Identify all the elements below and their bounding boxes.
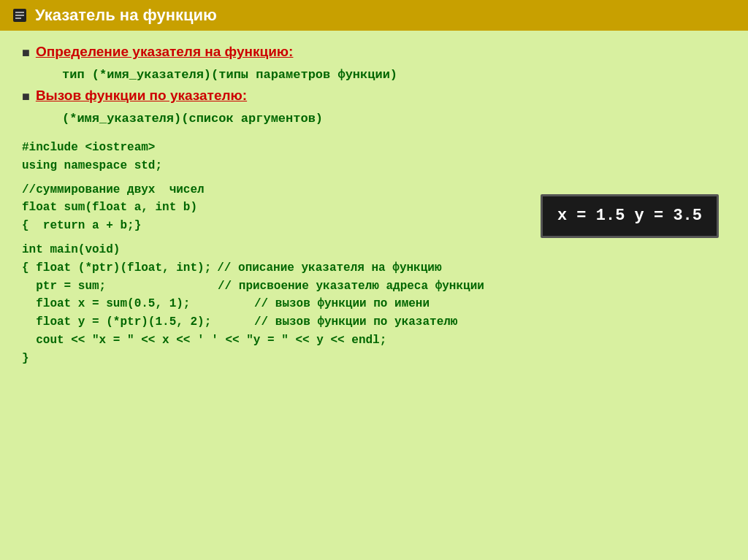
using-text: using namespace std; [22,159,162,172]
ptr-assign-text: ptr = sum; [22,277,212,296]
syntax-definition: тип (*имя_указателя)(типы параметров фун… [62,68,726,82]
output-text: x = 1.5 y = 3.5 [557,207,702,225]
main-open-text: { float (*ptr)(float, int); [22,259,211,277]
float-x-row: float x = sum(0.5, 1); // вызов функции … [22,295,726,313]
using-line: using namespace std; [22,157,726,175]
page-title: Указатель на функцию [35,6,217,25]
syntax-call: (*имя_указателя)(список аргументов) [62,112,726,126]
title-bar: Указатель на функцию [0,0,748,31]
main-content: ■ Определение указателя на функцию: тип … [0,31,748,375]
float-y-text: float y = (*ptr)(1.5, 2); [22,313,248,331]
comment-ptr-desc: // описание указателя на функцию [217,259,441,277]
func-body-text: { return a + b;} [22,219,141,232]
include-line: #include <iostream> [22,139,726,157]
svg-rect-3 [15,18,21,19]
ptr-decl-row: { float (*ptr)(float, int); // описание … [22,259,726,277]
heading-call: Вызов функции по указателю: [36,88,247,104]
main-def-line: int main(void) [22,241,726,259]
output-box: x = 1.5 y = 3.5 [541,194,719,238]
title-icon [12,7,28,23]
bullet-2: ■ [22,89,30,104]
comment-x: // вызов функции по имени [254,295,430,313]
close-brace-text: } [22,352,29,365]
section-call: ■ Вызов функции по указателю: [22,88,726,104]
ptr-assign-row: ptr = sum; // присвоение указателю адрес… [22,277,726,296]
svg-rect-1 [15,12,24,13]
slide-container: Указатель на функцию ■ Определение указа… [0,0,748,560]
svg-rect-2 [15,15,24,16]
code-wrapper: //суммирование двух чисел x = 1.5 y = 3.… [22,181,726,235]
comment-y: // вызов функции по указателю [254,313,457,331]
func-def-text: float sum(float a, int b) [22,201,197,214]
bullet-1: ■ [22,45,30,61]
close-brace-line: } [22,350,726,368]
cout-text: cout << "x = " << x << ' ' << "y = " << … [22,334,386,347]
comment-ptr-assign: // присвоение указателю адреса функции [218,277,484,296]
include-text: #include <iostream> [22,141,155,154]
heading-definition: Определение указателя на функцию: [36,44,294,60]
code-section: #include <iostream> using namespace std;… [22,136,726,368]
float-y-row: float y = (*ptr)(1.5, 2); // вызов функц… [22,313,726,331]
section-definition: ■ Определение указателя на функцию: [22,44,726,61]
cout-line: cout << "x = " << x << ' ' << "y = " << … [22,331,726,350]
float-x-text: float x = sum(0.5, 1); [22,295,248,313]
comment1-text: //суммирование двух чисел [22,183,205,196]
main-def-text: int main(void) [22,243,120,256]
